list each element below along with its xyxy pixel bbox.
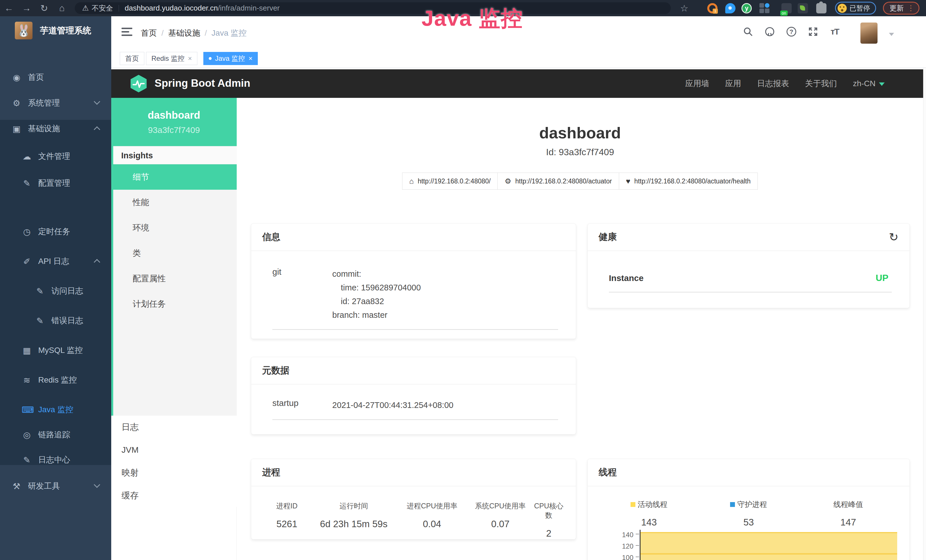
tag-home[interactable]: 首页 — [120, 52, 144, 65]
java-monitor-icon — [22, 405, 32, 415]
breadcrumb-home[interactable]: 首页 — [141, 28, 157, 38]
browser-update-button[interactable]: 更新 ⋮ — [883, 2, 920, 15]
address-bar[interactable]: ⚠ 不安全 dashboard.yudao.iocoder.cn/infra/a… — [75, 2, 671, 14]
insights-section-label: Insights — [113, 146, 237, 164]
breadcrumb-current: Java 监控 — [212, 28, 247, 38]
page-title: dashboard — [237, 124, 923, 142]
sba-menu-configprops[interactable]: 配置属性 — [113, 266, 237, 291]
sidebar-item-tracing[interactable]: 链路追踪 — [0, 427, 111, 443]
sidebar-item-mysql[interactable]: MySQL 监控 — [0, 342, 111, 359]
pin-extension-icon[interactable] — [725, 3, 735, 14]
iframe-scrollbar[interactable] — [923, 68, 926, 560]
breadcrumb-infra[interactable]: 基础设施 — [168, 28, 200, 38]
health-url-link[interactable]: ♥ http://192.168.0.2:48080/actuator/heal… — [619, 173, 758, 190]
sidebar-item-redis[interactable]: Redis 监控 — [0, 372, 111, 388]
sidebar-item-dev-tools[interactable]: 研发工具 — [0, 478, 111, 494]
fullscreen-icon[interactable] — [807, 26, 819, 37]
help-icon[interactable]: ? — [786, 26, 797, 37]
sba-sidebar: dashboard 93a3fc7f7409 Insights 细节 性能 环境… — [111, 98, 237, 560]
tag-redis-monitor[interactable]: Redis 监控 × — [146, 52, 197, 65]
extensions-puzzle-icon[interactable] — [816, 3, 826, 14]
browser-home-icon[interactable]: ⌂ — [53, 3, 71, 14]
sidebar-item-jobs[interactable]: 定时任务 — [0, 223, 111, 240]
sba-nav-journal[interactable]: 日志报表 — [757, 78, 789, 89]
bookmark-star-icon[interactable]: ☆ — [680, 3, 688, 14]
browser-profile-button[interactable]: 已暂停 — [835, 2, 876, 15]
divider — [609, 292, 892, 292]
y-axis-tick-label: 140 — [616, 531, 633, 539]
tags-view-bar: 首页 Redis 监控 × Java 监控 × — [111, 48, 926, 68]
database-icon — [22, 345, 32, 356]
sidebar-item-system[interactable]: 系统管理 — [0, 95, 111, 111]
sidebar-item-config[interactable]: 配置管理 — [0, 175, 111, 191]
metadata-startup-row: startup 2021-04-27T00:44:31.254+08:00 — [251, 398, 576, 412]
tag-java-monitor[interactable]: Java 监控 × — [203, 52, 258, 65]
sba-brand-title[interactable]: Spring Boot Admin — [154, 77, 250, 89]
gear-icon — [11, 98, 22, 108]
instance-header[interactable]: dashboard 93a3fc7f7409 — [111, 98, 237, 146]
sba-menu-environment[interactable]: 环境 — [113, 215, 237, 241]
history-icon[interactable]: ↺ — [889, 230, 899, 244]
sba-menu-metrics[interactable]: 性能 — [113, 190, 237, 215]
close-icon[interactable]: × — [188, 54, 192, 62]
sba-nav-wallboard[interactable]: 应用墙 — [685, 78, 709, 89]
sidebar-item-files[interactable]: 文件管理 — [0, 148, 111, 165]
home-icon: ⌂ — [409, 177, 414, 186]
sidebar-item-infra[interactable]: 基础设施 — [0, 120, 111, 137]
sba-menu-jvm[interactable]: JVM — [111, 439, 237, 461]
y-extension-icon[interactable]: y — [741, 3, 752, 14]
dashboard-icon — [11, 73, 22, 82]
sba-nav-about[interactable]: 关于我们 — [805, 78, 837, 89]
sidebar-collapse-icon[interactable] — [121, 28, 132, 37]
sidebar-item-java-monitor[interactable]: Java 监控 — [0, 401, 111, 418]
grid-extension-icon[interactable] — [760, 3, 770, 14]
chevron-up-icon — [94, 126, 100, 133]
sba-menu-scheduledtasks[interactable]: 计划任务 — [113, 291, 237, 317]
legend-swatch-daemon — [730, 502, 735, 507]
browser-back-icon[interactable]: ← — [0, 3, 18, 14]
legend-swatch-live — [631, 502, 635, 507]
service-url-link[interactable]: ⌂ http://192.168.0.2:48080/ — [402, 173, 498, 190]
sba-menu-caches[interactable]: 缓存 — [111, 484, 237, 507]
avatar-caret-icon[interactable] — [889, 33, 894, 36]
close-icon[interactable]: × — [248, 54, 253, 62]
logo-image: 🐰 — [15, 22, 33, 39]
browser-reload-icon[interactable]: ↻ — [35, 3, 53, 14]
sba-content: dashboard Id: 93a3fc7f7409 ⌂ http://192.… — [237, 98, 923, 560]
sidebar-item-access-log[interactable]: 访问日志 — [0, 283, 111, 299]
instance-links: ⌂ http://192.168.0.2:48080/ ⚙ http://192… — [237, 173, 923, 190]
sidebar-item-error-log[interactable]: 错误日志 — [0, 312, 111, 329]
active-dot-icon — [209, 57, 212, 60]
health-instance-row[interactable]: Instance UP — [588, 273, 909, 283]
sba-menu-details[interactable]: 细节 — [113, 164, 237, 190]
leaf-extension-icon[interactable] — [798, 3, 808, 14]
sba-menu-classes[interactable]: 类 — [113, 241, 237, 266]
sba-locale-select[interactable]: zh-CN — [853, 79, 885, 88]
github-icon[interactable] — [764, 26, 775, 37]
extension-badge: 1 — [713, 9, 718, 14]
search-icon[interactable] — [742, 26, 754, 37]
spring-boot-admin-logo-icon[interactable] — [130, 74, 148, 93]
app-logo[interactable]: 🐰 芋道管理系统 — [0, 20, 111, 41]
cloud-upload-icon — [22, 151, 32, 162]
sidebar-item-api-log[interactable]: API 日志 — [0, 253, 111, 269]
breadcrumb: 首页 / 基础设施 / Java 监控 — [141, 28, 247, 38]
health-card: 健康 ↺ Instance UP — [587, 223, 910, 308]
sba-nav-applications[interactable]: 应用 — [725, 78, 741, 89]
browser-forward-icon[interactable]: → — [18, 3, 35, 14]
sba-menu-mappings[interactable]: 映射 — [111, 461, 237, 484]
user-avatar[interactable] — [860, 23, 878, 44]
extension-icon[interactable]: 1 — [707, 3, 717, 14]
sba-menu-logfile[interactable]: 日志 — [111, 416, 237, 439]
font-size-icon[interactable]: тT — [829, 26, 840, 37]
divider — [272, 329, 558, 330]
sidebar-item-log-center[interactable]: 日志中心 — [0, 452, 111, 468]
profile-label: 已暂停 — [850, 4, 870, 13]
on-extension-icon[interactable] — [781, 3, 792, 14]
process-card: 进程 进程ID 5261 运行时间 6d 23h 15m 59s 进程CPU使用… — [251, 459, 576, 539]
sidebar-item-home[interactable]: 首页 — [0, 69, 111, 86]
actuator-url-link[interactable]: ⚙ http://192.168.0.2:48080/actuator — [497, 173, 619, 190]
screen: ← → ↻ ⌂ ⚠ 不安全 dashboard.yudao.iocoder.cn… — [0, 0, 926, 560]
browser-menu-icon[interactable]: ⋮ — [907, 4, 915, 12]
monitor-icon — [11, 124, 22, 134]
